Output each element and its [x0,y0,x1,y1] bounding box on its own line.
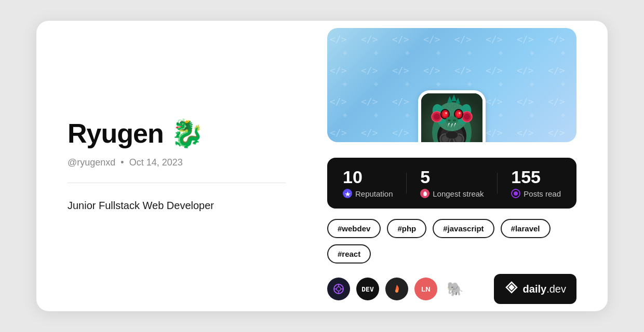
svg-point-12 [446,131,458,139]
svg-point-28 [445,112,447,114]
daily-dev-logo: daily.dev [494,274,576,304]
social-icon-ln[interactable]: LN [414,278,437,300]
svg-point-21 [464,114,470,120]
svg-point-31 [448,119,451,121]
tag-javascript[interactable]: #javascript [433,219,494,238]
tag-php[interactable]: #php [387,219,426,238]
svg-point-30 [446,116,458,125]
stat-divider-2 [497,173,498,193]
posts-value: 155 [511,168,541,186]
svg-point-32 [453,119,456,121]
bottom-row: DEV LN 🐘 [327,274,576,304]
social-icon-crosshair[interactable] [327,278,350,300]
svg-point-43 [337,287,341,291]
stat-streak: 5 Longest streak [420,168,484,198]
avatar-wrapper [418,90,486,142]
streak-text: Longest streak [433,189,484,198]
daily-dev-icon [504,280,519,298]
handle: @ryugenxd [68,157,115,168]
tag-react[interactable]: #react [327,244,371,264]
tag-webdev[interactable]: #webdev [327,219,381,238]
username: Ryugen 🐉 [68,119,286,148]
profile-left-section: Ryugen 🐉 @ryugenxd • Oct 14, 2023 Junior… [68,119,286,213]
tag-laravel[interactable]: #laravel [501,219,551,238]
avatar-image [421,93,482,142]
streak-icon [420,189,430,198]
tags-container: #webdev #php #javascript #laravel #react [327,219,576,264]
streak-label: Longest streak [420,189,484,198]
social-icon-dev[interactable]: DEV [356,278,379,300]
posts-icon [511,189,520,198]
social-icons: DEV LN 🐘 [327,278,466,300]
divider [68,183,286,183]
svg-point-29 [459,112,461,114]
reputation-icon [343,189,352,198]
streak-value: 5 [420,168,430,186]
svg-point-48 [395,289,398,293]
reputation-label: Reputation [343,189,393,198]
svg-marker-39 [345,191,351,197]
join-date: Oct 14, 2023 [129,157,183,168]
daily-dev-text: daily.dev [523,283,566,295]
posts-label: Posts read [511,189,561,198]
daily-bold: daily [523,283,547,295]
svg-point-41 [424,191,426,195]
profile-card: Ryugen 🐉 @ryugenxd • Oct 14, 2023 Junior… [36,21,608,311]
posts-text: Posts read [524,189,561,198]
profile-right-section: </> ◈ [327,28,576,304]
stats-bar: 10 Reputation 5 [327,158,576,209]
stat-divider-1 [406,173,407,193]
avatar [421,93,482,142]
social-icon-fire[interactable] [385,278,408,300]
handle-date: @ryugenxd • Oct 14, 2023 [68,157,286,168]
reputation-value: 10 [343,168,363,186]
profile-banner: </> ◈ [327,28,576,142]
social-icon-elephant[interactable]: 🐘 [444,278,466,300]
daily-suffix: .dev [546,283,566,295]
svg-point-20 [434,114,440,120]
bio: Junior Fullstack Web Developer [68,198,286,213]
stat-reputation: 10 Reputation [343,168,393,198]
reputation-text: Reputation [355,189,393,198]
stat-posts: 155 Posts read [511,168,561,198]
